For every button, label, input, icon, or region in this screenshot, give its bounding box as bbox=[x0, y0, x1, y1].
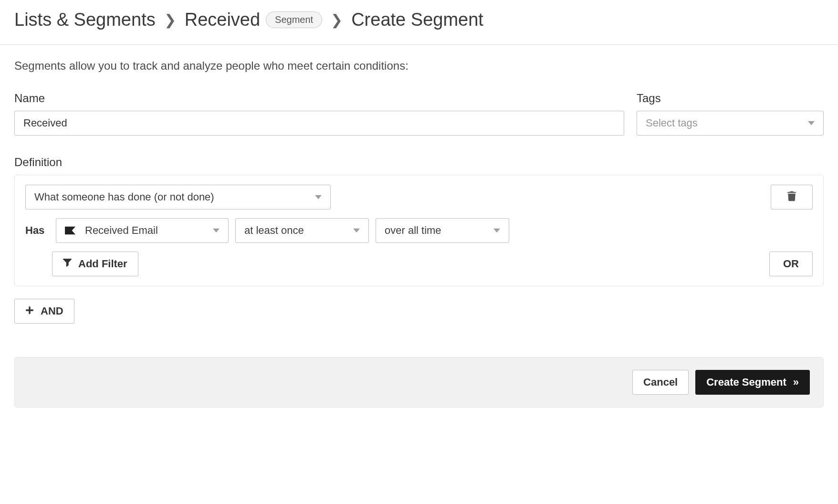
create-segment-button[interactable]: Create Segment » bbox=[695, 370, 810, 395]
definition-label: Definition bbox=[14, 156, 824, 169]
chevron-down-icon bbox=[808, 121, 815, 126]
or-label: OR bbox=[783, 258, 799, 270]
and-button[interactable]: AND bbox=[14, 299, 74, 324]
condition-type-value: What someone has done (or not done) bbox=[34, 191, 214, 203]
chevron-down-icon bbox=[315, 195, 322, 200]
event-select[interactable]: Received Email bbox=[56, 218, 229, 243]
chevron-right-icon: ❯ bbox=[331, 11, 343, 28]
name-input[interactable] bbox=[14, 111, 624, 136]
trash-icon bbox=[787, 191, 796, 203]
chevron-down-icon bbox=[213, 228, 220, 233]
and-label: AND bbox=[41, 305, 63, 317]
breadcrumb-root-link[interactable]: Lists & Segments bbox=[14, 10, 156, 30]
raquo-icon: » bbox=[793, 376, 799, 388]
event-value: Received Email bbox=[85, 224, 158, 237]
chevron-right-icon: ❯ bbox=[164, 11, 176, 28]
frequency-value: at least once bbox=[244, 224, 304, 237]
tags-placeholder: Select tags bbox=[646, 117, 698, 129]
frequency-select[interactable]: at least once bbox=[235, 218, 369, 243]
timeframe-value: over all time bbox=[385, 224, 441, 237]
footer-actions: Cancel Create Segment » bbox=[14, 357, 824, 408]
breadcrumb-current: Create Segment bbox=[351, 10, 483, 30]
cancel-label: Cancel bbox=[643, 376, 678, 388]
chevron-down-icon bbox=[493, 228, 500, 233]
breadcrumb: Lists & Segments ❯ Received Segment ❯ Cr… bbox=[0, 0, 838, 45]
add-filter-label: Add Filter bbox=[78, 258, 127, 270]
plus-icon bbox=[25, 305, 34, 317]
delete-condition-button[interactable] bbox=[771, 185, 813, 210]
condition-type-select[interactable]: What someone has done (or not done) bbox=[25, 185, 331, 210]
or-button[interactable]: OR bbox=[769, 252, 813, 276]
cancel-button[interactable]: Cancel bbox=[632, 370, 689, 395]
flag-icon bbox=[65, 226, 75, 235]
definition-group: What someone has done (or not done) Has bbox=[14, 175, 824, 286]
tags-label: Tags bbox=[637, 92, 824, 105]
has-label: Has bbox=[25, 224, 49, 237]
create-label: Create Segment bbox=[706, 376, 786, 388]
segment-type-badge: Segment bbox=[266, 11, 322, 28]
breadcrumb-mid-link[interactable]: Received bbox=[185, 10, 260, 30]
intro-text: Segments allow you to track and analyze … bbox=[14, 59, 824, 73]
name-label: Name bbox=[14, 92, 624, 105]
timeframe-select[interactable]: over all time bbox=[376, 218, 509, 243]
filter-icon bbox=[63, 258, 72, 270]
tags-select[interactable]: Select tags bbox=[637, 111, 824, 136]
add-filter-button[interactable]: Add Filter bbox=[52, 252, 138, 276]
chevron-down-icon bbox=[353, 228, 360, 233]
